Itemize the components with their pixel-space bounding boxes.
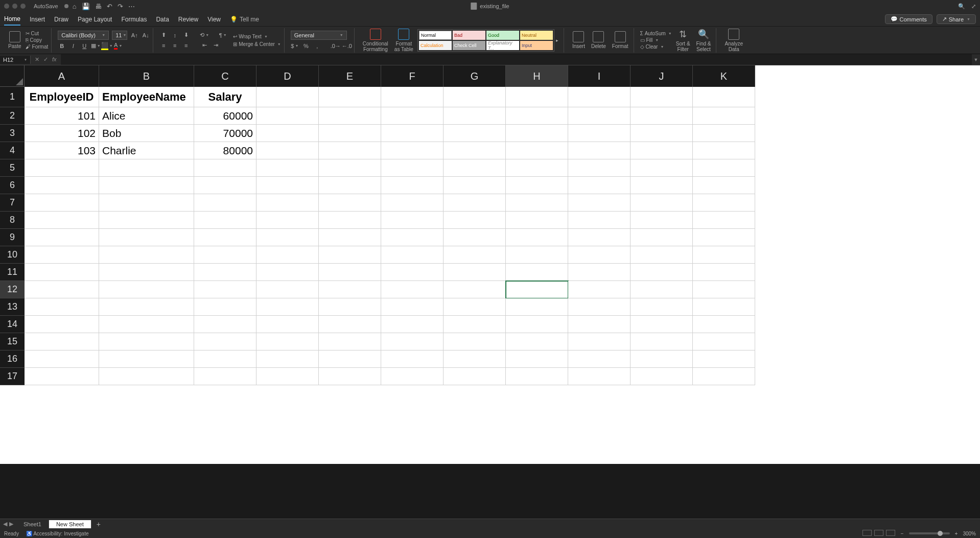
cell-D2[interactable] — [256, 107, 319, 125]
cell-B3[interactable]: Bob — [99, 125, 194, 142]
page-layout-view-button[interactable] — [874, 530, 883, 536]
cell-J11[interactable] — [631, 264, 693, 281]
add-sheet-button[interactable]: + — [91, 520, 106, 528]
cell-F10[interactable] — [381, 246, 444, 264]
cell-C12[interactable] — [194, 281, 256, 298]
cell-J13[interactable] — [631, 298, 693, 316]
cell-F16[interactable] — [381, 350, 444, 368]
cell-J12[interactable] — [631, 281, 693, 298]
cell-I11[interactable] — [568, 264, 631, 281]
cell-K16[interactable] — [693, 350, 755, 368]
cell-B2[interactable]: Alice — [99, 107, 194, 125]
cell-K1[interactable] — [693, 87, 755, 107]
cell-A7[interactable] — [25, 194, 99, 212]
cell-F13[interactable] — [381, 298, 444, 316]
sheet-tab-new-sheet[interactable]: New Sheet — [49, 520, 91, 528]
column-header-F[interactable]: F — [381, 65, 444, 87]
cell-C15[interactable] — [194, 333, 256, 350]
cell-C5[interactable] — [194, 159, 256, 177]
format-cells-button[interactable]: Format — [610, 30, 631, 50]
cell-I14[interactable] — [568, 316, 631, 333]
cell-D10[interactable] — [256, 246, 319, 264]
cell-F5[interactable] — [381, 159, 444, 177]
cell-K9[interactable] — [693, 229, 755, 246]
tab-formulas[interactable]: Formulas — [121, 14, 147, 25]
column-header-C[interactable]: C — [194, 65, 256, 87]
tab-review[interactable]: Review — [178, 14, 198, 25]
currency-button[interactable]: $▼ — [291, 42, 299, 50]
cell-J14[interactable] — [631, 316, 693, 333]
cell-E3[interactable] — [319, 125, 381, 142]
cell-H9[interactable] — [506, 229, 568, 246]
cell-I17[interactable] — [568, 368, 631, 385]
name-box[interactable]: H12 ▼ — [0, 56, 31, 64]
cell-K14[interactable] — [693, 316, 755, 333]
align-middle-button[interactable]: ↕ — [171, 31, 179, 39]
cell-H11[interactable] — [506, 264, 568, 281]
cell-H16[interactable] — [506, 350, 568, 368]
cell-H6[interactable] — [506, 177, 568, 194]
row-header-12[interactable]: 12 — [0, 281, 25, 298]
expand-formula-bar-icon[interactable]: ▼ — [972, 57, 980, 62]
cell-G11[interactable] — [444, 264, 506, 281]
cell-B10[interactable] — [99, 246, 194, 264]
fill-button[interactable]: ▭Fill▼ — [640, 37, 672, 43]
analyze-data-button[interactable]: Analyze Data — [722, 28, 745, 53]
cell-F3[interactable] — [381, 125, 444, 142]
window-controls[interactable] — [4, 4, 26, 9]
cell-E17[interactable] — [319, 368, 381, 385]
merge-center-button[interactable]: ⊞Merge & Center▼ — [233, 41, 281, 47]
cell-J5[interactable] — [631, 159, 693, 177]
cell-B11[interactable] — [99, 264, 194, 281]
undo-icon[interactable]: ↶ — [107, 3, 112, 10]
cell-I7[interactable] — [568, 194, 631, 212]
cell-B9[interactable] — [99, 229, 194, 246]
cell-K12[interactable] — [693, 281, 755, 298]
prev-sheet-icon[interactable]: ◀ — [3, 521, 7, 527]
font-name-dropdown[interactable]: Calibri (Body)▼ — [58, 31, 109, 40]
cell-F9[interactable] — [381, 229, 444, 246]
cell-C8[interactable] — [194, 212, 256, 229]
increase-decimal-button[interactable]: .0→ — [332, 42, 340, 50]
cell-A8[interactable] — [25, 212, 99, 229]
orientation-button[interactable]: ⟲▼ — [200, 31, 208, 39]
cell-D14[interactable] — [256, 316, 319, 333]
column-header-D[interactable]: D — [256, 65, 319, 87]
row-header-14[interactable]: 14 — [0, 316, 25, 333]
cell-K6[interactable] — [693, 177, 755, 194]
zoom-out-button[interactable]: − — [901, 531, 904, 536]
cell-C4[interactable]: 80000 — [194, 142, 256, 159]
cell-F2[interactable] — [381, 107, 444, 125]
enter-formula-icon[interactable]: ✓ — [43, 56, 48, 63]
row-header-8[interactable]: 8 — [0, 212, 25, 229]
cell-K7[interactable] — [693, 194, 755, 212]
save-icon[interactable]: 💾 — [82, 3, 90, 10]
cell-A13[interactable] — [25, 298, 99, 316]
cell-J4[interactable] — [631, 142, 693, 159]
cell-H2[interactable] — [506, 107, 568, 125]
row-header-15[interactable]: 15 — [0, 333, 25, 350]
cell-G9[interactable] — [444, 229, 506, 246]
cell-C7[interactable] — [194, 194, 256, 212]
style-calculation[interactable]: Calculation — [419, 41, 452, 50]
minimize-window-icon[interactable] — [12, 4, 17, 9]
font-color-button[interactable]: A▼ — [114, 42, 122, 50]
cell-E5[interactable] — [319, 159, 381, 177]
cell-H1[interactable] — [506, 87, 568, 107]
cell-C17[interactable] — [194, 368, 256, 385]
cell-A14[interactable] — [25, 316, 99, 333]
cell-H17[interactable] — [506, 368, 568, 385]
cell-G3[interactable] — [444, 125, 506, 142]
cell-K10[interactable] — [693, 246, 755, 264]
zoom-level[interactable]: 300% — [963, 531, 976, 536]
cell-J3[interactable] — [631, 125, 693, 142]
home-icon[interactable]: ⌂ — [73, 3, 77, 10]
style-normal[interactable]: Normal — [419, 31, 452, 40]
cell-B17[interactable] — [99, 368, 194, 385]
sort-filter-button[interactable]: ⇅Sort & Filter — [674, 28, 692, 53]
cell-B7[interactable] — [99, 194, 194, 212]
cell-H14[interactable] — [506, 316, 568, 333]
tab-draw[interactable]: Draw — [54, 14, 68, 25]
increase-font-button[interactable]: A↑ — [130, 31, 138, 39]
tell-me[interactable]: 💡 Tell me — [230, 16, 259, 23]
